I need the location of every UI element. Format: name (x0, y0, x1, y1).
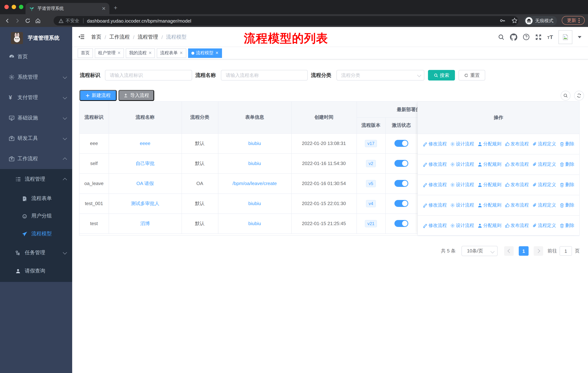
tag-home[interactable]: 首页 (78, 48, 93, 58)
form-link[interactable]: biubiu (248, 201, 261, 206)
action-delete-link[interactable]: 删除 (559, 141, 574, 147)
action-publish-link[interactable]: 发布流程 (505, 141, 529, 147)
action-design-link[interactable]: 设计流程 (450, 202, 474, 208)
security-status[interactable]: 不安全 (59, 18, 79, 24)
breadcrumb-workflow[interactable]: 工作流程 (109, 34, 130, 40)
action-publish-link[interactable]: 发布流程 (505, 202, 529, 208)
browser-menu-update-button[interactable]: 更新 (562, 16, 585, 25)
sidebar-item-process-manage[interactable]: 流程管理 (0, 169, 72, 189)
action-assign-link[interactable]: 分配规则 (477, 182, 501, 188)
action-definition-link[interactable]: 流程定义 (532, 202, 556, 208)
process-name-input[interactable] (221, 70, 308, 81)
action-edit-link[interactable]: 修改流程 (423, 141, 447, 147)
help-icon[interactable] (523, 33, 530, 40)
import-process-button[interactable]: 导入流程 (118, 90, 154, 101)
process-name-link[interactable]: OA 请假 (136, 181, 154, 186)
action-assign-link[interactable]: 分配规则 (477, 222, 501, 229)
font-size-icon[interactable]: TT (547, 34, 553, 40)
action-design-link[interactable]: 设计流程 (450, 141, 474, 147)
breadcrumb-process-manage[interactable]: 流程管理 (138, 34, 158, 40)
url-bar[interactable]: 不安全 dashboard.yudao.iocoder.cn/bpm/manag… (53, 16, 518, 26)
forward-icon[interactable] (15, 18, 21, 23)
form-link[interactable]: biubiu (248, 141, 261, 146)
category-select[interactable] (336, 70, 424, 81)
tag-tenant[interactable]: 租户管理✕ (95, 48, 124, 58)
search-icon[interactable] (498, 34, 504, 40)
category-select-input[interactable] (336, 70, 424, 81)
tag-process-model[interactable]: 流程模型✕ (188, 48, 222, 58)
goto-page-input[interactable] (560, 246, 572, 256)
fullscreen-icon[interactable] (535, 34, 542, 40)
action-publish-link[interactable]: 发布流程 (505, 161, 529, 168)
active-toggle[interactable] (394, 180, 408, 187)
sidebar-item-devtools[interactable]: 研发工具 (0, 128, 72, 149)
action-definition-link[interactable]: 流程定义 (532, 222, 556, 229)
form-link[interactable]: /bpm/oa/leave/create (232, 181, 277, 186)
sidebar-item-system[interactable]: 系统管理 (0, 67, 72, 87)
process-name-link[interactable]: eeee (140, 141, 150, 146)
action-edit-link[interactable]: 修改流程 (423, 161, 447, 168)
sidebar-item-workflow[interactable]: 工作流程 (0, 149, 72, 169)
active-toggle[interactable] (394, 220, 408, 227)
search-button[interactable]: 搜索 (428, 70, 455, 81)
action-design-link[interactable]: 设计流程 (450, 182, 474, 188)
more-vert-icon[interactable] (578, 18, 579, 23)
page-size-select[interactable]: 10条/页 (462, 246, 498, 256)
chevron-down-icon[interactable] (578, 36, 581, 38)
sidebar-item-leave-query[interactable]: 请假查询 (0, 262, 72, 280)
action-publish-link[interactable]: 发布流程 (505, 182, 529, 188)
close-window-button[interactable] (4, 5, 9, 9)
close-icon[interactable]: ✕ (148, 51, 152, 55)
action-assign-link[interactable]: 分配规则 (477, 141, 501, 147)
action-edit-link[interactable]: 修改流程 (423, 222, 447, 229)
action-design-link[interactable]: 设计流程 (450, 161, 474, 168)
create-process-button[interactable]: 新建流程 (79, 90, 117, 101)
action-publish-link[interactable]: 发布流程 (505, 222, 529, 229)
github-icon[interactable] (510, 33, 517, 40)
show-search-button[interactable] (561, 91, 570, 101)
active-toggle[interactable] (394, 200, 408, 207)
close-icon[interactable]: ✕ (179, 51, 183, 55)
sidebar-item-payment[interactable]: ¥ 支付管理 (0, 87, 72, 108)
sidebar-item-task-manage[interactable]: 任务管理 (0, 244, 72, 262)
tab-close-icon[interactable]: ✕ (102, 6, 106, 11)
action-definition-link[interactable]: 流程定义 (532, 182, 556, 188)
action-edit-link[interactable]: 修改流程 (423, 182, 447, 188)
active-toggle[interactable] (394, 160, 408, 167)
breadcrumb-home[interactable]: 首页 (91, 34, 101, 40)
close-icon[interactable]: ✕ (117, 51, 121, 55)
form-link[interactable]: biubiu (248, 221, 261, 226)
action-delete-link[interactable]: 删除 (559, 222, 574, 229)
avatar[interactable] (558, 30, 572, 44)
tag-my-process[interactable]: 我的流程✕ (126, 48, 155, 58)
form-link[interactable]: biubiu (248, 161, 261, 166)
active-toggle[interactable] (394, 140, 408, 147)
close-icon[interactable]: ✕ (215, 51, 219, 55)
process-name-link[interactable]: 测试多审批人 (131, 201, 159, 206)
process-name-link[interactable]: 自己审批 (136, 161, 155, 166)
maximize-window-button[interactable] (19, 5, 23, 9)
sidebar-item-process-form[interactable]: 流程表单 (0, 189, 72, 208)
next-page-button[interactable] (534, 246, 543, 256)
action-definition-link[interactable]: 流程定义 (532, 161, 556, 168)
action-delete-link[interactable]: 删除 (559, 182, 574, 188)
window-controls[interactable] (4, 5, 23, 9)
prev-page-button[interactable] (504, 246, 514, 256)
sidebar-item-infra[interactable]: 基础设施 (0, 108, 72, 128)
process-name-link[interactable]: 滔博 (140, 221, 150, 226)
tag-process-form[interactable]: 流程表单✕ (157, 48, 186, 58)
action-edit-link[interactable]: 修改流程 (423, 202, 447, 208)
home-icon[interactable] (35, 18, 41, 23)
collapse-sidebar-icon[interactable] (78, 34, 84, 40)
action-delete-link[interactable]: 删除 (559, 202, 574, 208)
action-assign-link[interactable]: 分配规则 (477, 161, 501, 168)
bookmark-star-icon[interactable] (511, 18, 518, 24)
refresh-table-button[interactable] (574, 91, 584, 101)
new-tab-button[interactable]: + (114, 4, 117, 12)
url-text[interactable]: dashboard.yudao.iocoder.cn/bpm/manager/m… (87, 18, 191, 23)
sidebar-item-process-model[interactable]: 流程模型 (0, 225, 72, 243)
reset-button[interactable]: 重置 (459, 70, 485, 81)
action-assign-link[interactable]: 分配规则 (477, 202, 501, 208)
sidebar-item-user-group[interactable]: 用户分组 (0, 207, 72, 225)
back-icon[interactable] (4, 18, 10, 23)
